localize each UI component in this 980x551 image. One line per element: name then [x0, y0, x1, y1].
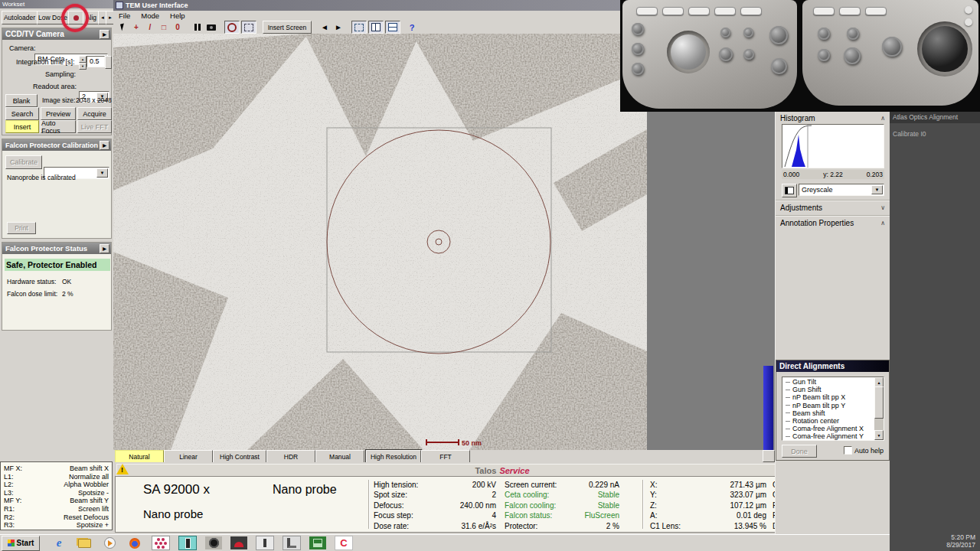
auto-help-field[interactable]: Auto help — [844, 446, 884, 455]
alignment-item[interactable]: Beam shift — [782, 409, 884, 417]
scroll-down-icon[interactable]: ▼ — [874, 430, 884, 440]
control-pad-right — [802, 0, 978, 106]
knob — [632, 43, 644, 55]
tab-fft[interactable]: FFT — [421, 450, 470, 463]
histogram-plot[interactable] — [782, 124, 884, 168]
control-pad-left — [622, 0, 797, 109]
taskbar-icon-aperture[interactable] — [205, 536, 222, 549]
print-button[interactable]: Print — [7, 222, 36, 234]
menu-help[interactable]: Help — [165, 11, 191, 20]
atlas-calibrate-item[interactable]: Calibrate I0 — [893, 130, 980, 138]
panel-expand-icon[interactable]: ▶ — [100, 141, 109, 150]
control-pads-photo — [620, 0, 980, 112]
auto-help-checkbox[interactable] — [844, 446, 852, 455]
calibrate-button[interactable]: Calibrate — [5, 155, 42, 169]
integration-field[interactable]: 0.5 — [87, 56, 105, 67]
taskbar-icon-microscope-1[interactable] — [256, 536, 274, 550]
taskbar-icon-molecule[interactable] — [152, 536, 170, 550]
blank-button[interactable]: Blank — [5, 94, 38, 107]
chevron-down-icon[interactable]: ▼ — [96, 168, 108, 178]
workspace-grid-icon[interactable] — [385, 21, 400, 34]
pause-icon[interactable] — [191, 21, 204, 33]
colormap-select[interactable]: Greyscale ▼ — [799, 184, 884, 196]
pad-function: Beam shift Y — [70, 496, 109, 504]
alignments-listbox: Gun Tilt Gun Shift nP Beam tilt pp X nP … — [782, 377, 884, 441]
histogram-values: 0.000 y: 2.22 0.203 — [782, 170, 884, 179]
spin-down-icon[interactable]: ▼ — [79, 63, 87, 70]
menu-file[interactable]: File — [113, 11, 136, 20]
tab-hdr[interactable]: HDR — [266, 450, 315, 463]
annotation-point-icon[interactable]: + — [129, 21, 143, 33]
panel-expand-icon[interactable]: ▶ — [100, 244, 109, 253]
start-button[interactable]: Start — [2, 536, 40, 551]
adjustments-header[interactable]: Adjustments ∨ — [776, 201, 890, 214]
annotation-properties-header[interactable]: Annotation Properties ∧ — [776, 216, 890, 229]
annotation-rect-icon[interactable]: □ — [157, 21, 171, 33]
histogram-header[interactable]: Histogram ∧ — [776, 112, 890, 124]
taskbar-icon-camtasia[interactable]: C — [335, 536, 353, 550]
listbox-scrollbar[interactable]: ▲ ▼ — [874, 377, 884, 440]
insert-screen-button[interactable]: Insert Screen — [263, 21, 312, 34]
alignment-item[interactable]: Gun Shift — [782, 386, 884, 393]
status-col2: Screen current:0.229 nA Ceta cooling:Sta… — [505, 480, 619, 531]
histogram-icon-button[interactable] — [782, 184, 797, 197]
infobar-area: Talos Service ! Direct Alignments ▼ × SA… — [113, 462, 890, 534]
knob — [719, 47, 733, 61]
annotation-line-icon[interactable]: / — [143, 21, 157, 33]
taskbar-icon-firefox[interactable] — [126, 536, 143, 549]
integration-spinner[interactable]: ▲ ▼ — [79, 56, 87, 67]
select-cursor-icon[interactable] — [116, 21, 129, 33]
menu-mode[interactable]: Mode — [136, 11, 165, 20]
taskbar-icon-folder[interactable] — [76, 536, 93, 549]
taskbar-icon-analysis[interactable] — [309, 536, 326, 549]
fit-to-screen-icon[interactable] — [241, 21, 256, 34]
alignment-item[interactable]: Rotation center — [782, 417, 884, 425]
tab-natural[interactable]: Natural — [115, 450, 164, 463]
tab-autoloader[interactable]: Autoloader — [2, 11, 38, 24]
annotation-ellipse-icon[interactable]: 0 — [171, 21, 185, 33]
desktop: Workset Autoloader Low Dose Alig ◄ ► CCD… — [0, 0, 980, 551]
taskbar-icon-instrument[interactable] — [178, 536, 197, 550]
tem-image[interactable]: 50 nm — [113, 34, 647, 450]
tab-high-resolution[interactable]: High Resolution — [366, 450, 421, 463]
selection-box-icon[interactable] — [351, 21, 367, 34]
tab-manual[interactable]: Manual — [315, 450, 364, 463]
tab-scroll-corner[interactable] — [763, 450, 775, 462]
dose-limit-label: Falcon dose limit: — [7, 290, 57, 298]
nav-back-icon[interactable]: ◄ — [318, 21, 332, 33]
highlight-annotation-ring — [61, 4, 89, 32]
integration-extra-button[interactable] — [105, 56, 112, 69]
taskbar-icon-dome[interactable] — [230, 536, 247, 549]
scale-bar-label: 50 nm — [462, 439, 482, 447]
tab-high-contrast[interactable]: High Contrast — [213, 450, 266, 463]
tab-linear[interactable]: Linear — [164, 450, 213, 463]
scroll-thumb[interactable] — [874, 386, 884, 419]
chevron-down-icon[interactable]: ▼ — [871, 185, 883, 194]
nav-forward-icon[interactable]: ► — [332, 21, 345, 33]
spin-up-icon[interactable]: ▲ — [79, 56, 87, 63]
done-button[interactable]: Done — [782, 445, 817, 458]
taskbar-icon-ie[interactable]: e — [51, 536, 67, 549]
alignment-item[interactable]: nP Beam tilt pp X — [782, 393, 884, 401]
acquire-button[interactable]: Acquire — [77, 107, 112, 120]
camera-acquire-icon[interactable] — [204, 21, 218, 33]
report-pages-icon[interactable] — [368, 21, 384, 34]
insert-button[interactable]: Insert — [5, 120, 39, 133]
direct-alignments-header[interactable]: Direct Alignments — [776, 360, 889, 372]
preview-button[interactable]: Preview — [41, 107, 76, 120]
panel-expand-icon[interactable]: ▶ — [100, 30, 109, 39]
taskbar-icon-microscope-2[interactable] — [283, 536, 301, 550]
alignment-item[interactable]: Coma-free Alignment Y — [782, 432, 884, 440]
alignment-item[interactable]: Coma-free Alignment X — [782, 425, 884, 432]
beam-marker-icon[interactable] — [224, 21, 240, 34]
taskbar-icon-media-player[interactable] — [101, 536, 118, 549]
help-icon[interactable]: ? — [405, 21, 419, 33]
alignment-item[interactable]: Gun Tilt — [782, 378, 884, 386]
search-button[interactable]: Search — [5, 107, 39, 120]
right-panel-column: Histogram ∧ 0.000 y: 2.22 0.203 Greyscal… — [775, 112, 890, 534]
auto-focus-button[interactable]: Auto Focus — [41, 120, 76, 133]
falcon-calibration-header: Falcon Protector Calibration ▶ — [2, 139, 111, 151]
multifunction-x-knob — [769, 26, 788, 44]
alignment-item[interactable]: nP Beam tilt pp Y — [782, 402, 884, 409]
live-fft-button[interactable]: Live FFT — [77, 120, 112, 133]
